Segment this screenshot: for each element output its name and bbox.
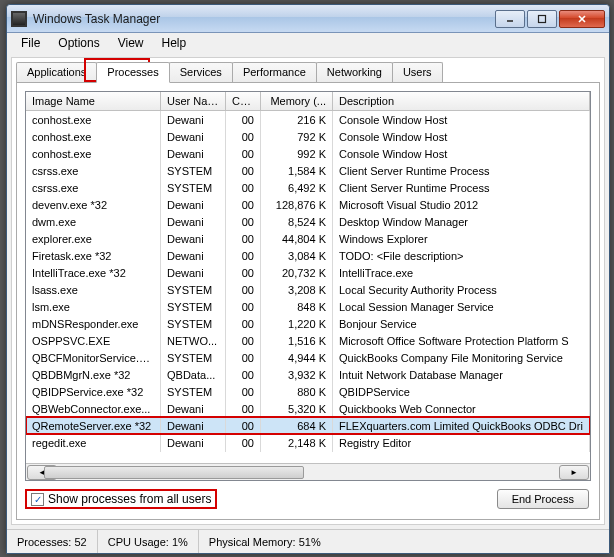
cell-mem: 3,932 K: [261, 366, 333, 384]
table-row[interactable]: conhost.exeDewani00216 KConsole Window H…: [26, 111, 590, 128]
show-all-users-checkbox[interactable]: ✓ Show processes from all users: [27, 491, 215, 507]
grid-body[interactable]: conhost.exeDewani00216 KConsole Window H…: [26, 111, 590, 463]
cell-cpu: 00: [226, 247, 261, 265]
cell-desc: TODO: <File description>: [333, 247, 590, 265]
cell-cpu: 00: [226, 162, 261, 180]
cell-user: Dewani: [161, 145, 226, 163]
menu-file[interactable]: File: [13, 34, 48, 52]
cell-name: csrss.exe: [26, 179, 161, 197]
cell-mem: 5,320 K: [261, 400, 333, 418]
scroll-right-button[interactable]: ►: [559, 465, 589, 480]
table-row[interactable]: QBCFMonitorService.e...SYSTEM004,944 KQu…: [26, 349, 590, 366]
cell-user: SYSTEM: [161, 315, 226, 333]
cell-cpu: 00: [226, 366, 261, 384]
cell-user: Dewani: [161, 196, 226, 214]
cell-mem: 3,084 K: [261, 247, 333, 265]
cell-mem: 128,876 K: [261, 196, 333, 214]
cell-mem: 880 K: [261, 383, 333, 401]
cell-cpu: 00: [226, 196, 261, 214]
maximize-button[interactable]: [527, 10, 557, 28]
table-row[interactable]: lsass.exeSYSTEM003,208 KLocal Security A…: [26, 281, 590, 298]
cell-name: mDNSResponder.exe: [26, 315, 161, 333]
table-row[interactable]: devenv.exe *32Dewani00128,876 KMicrosoft…: [26, 196, 590, 213]
cell-user: SYSTEM: [161, 298, 226, 316]
cell-desc: Local Session Manager Service: [333, 298, 590, 316]
tab-networking[interactable]: Networking: [316, 62, 393, 82]
table-row[interactable]: explorer.exeDewani0044,804 KWindows Expl…: [26, 230, 590, 247]
table-row[interactable]: QBDBMgrN.exe *32QBData...003,932 KIntuit…: [26, 366, 590, 383]
titlebar[interactable]: Windows Task Manager: [7, 5, 609, 33]
cell-user: SYSTEM: [161, 383, 226, 401]
cell-user: Dewani: [161, 213, 226, 231]
cell-name: explorer.exe: [26, 230, 161, 248]
cell-name: conhost.exe: [26, 111, 161, 129]
col-header-cpu[interactable]: CPU: [226, 92, 261, 110]
scroll-thumb[interactable]: [44, 466, 304, 479]
table-row[interactable]: dwm.exeDewani008,524 KDesktop Window Man…: [26, 213, 590, 230]
menu-help[interactable]: Help: [154, 34, 195, 52]
tab-users[interactable]: Users: [392, 62, 443, 82]
table-row[interactable]: lsm.exeSYSTEM00848 KLocal Session Manage…: [26, 298, 590, 315]
tab-performance[interactable]: Performance: [232, 62, 317, 82]
cell-user: SYSTEM: [161, 349, 226, 367]
window-controls: [493, 10, 605, 28]
cell-cpu: 00: [226, 315, 261, 333]
svg-rect-1: [539, 15, 546, 22]
table-row[interactable]: csrss.exeSYSTEM001,584 KClient Server Ru…: [26, 162, 590, 179]
cell-cpu: 00: [226, 145, 261, 163]
cell-user: Dewani: [161, 128, 226, 146]
status-memory: Physical Memory: 51%: [199, 530, 609, 553]
table-row[interactable]: regedit.exeDewani002,148 KRegistry Edito…: [26, 434, 590, 451]
tab-strip: Applications Processes Services Performa…: [12, 58, 604, 82]
table-row[interactable]: conhost.exeDewani00992 KConsole Window H…: [26, 145, 590, 162]
table-row[interactable]: conhost.exeDewani00792 KConsole Window H…: [26, 128, 590, 145]
cell-name: conhost.exe: [26, 128, 161, 146]
col-header-name[interactable]: Image Name: [26, 92, 161, 110]
col-header-mem[interactable]: Memory (...: [261, 92, 333, 110]
cell-name: QBIDPService.exe *32: [26, 383, 161, 401]
end-process-button[interactable]: End Process: [497, 489, 589, 509]
cell-desc: Desktop Window Manager: [333, 213, 590, 231]
minimize-button[interactable]: [495, 10, 525, 28]
cell-user: NETWO...: [161, 332, 226, 350]
cell-desc: Console Window Host: [333, 128, 590, 146]
table-row[interactable]: IntelliTrace.exe *32Dewani0020,732 KInte…: [26, 264, 590, 281]
tab-services[interactable]: Services: [169, 62, 233, 82]
table-row[interactable]: csrss.exeSYSTEM006,492 KClient Server Ru…: [26, 179, 590, 196]
cell-mem: 3,208 K: [261, 281, 333, 299]
cell-user: QBData...: [161, 366, 226, 384]
cell-desc: Intuit Network Database Manager: [333, 366, 590, 384]
cell-cpu: 00: [226, 179, 261, 197]
cell-cpu: 00: [226, 128, 261, 146]
close-button[interactable]: [559, 10, 605, 28]
table-row[interactable]: QRemoteServer.exe *32Dewani00684 KFLEXqu…: [26, 417, 590, 434]
cell-cpu: 00: [226, 383, 261, 401]
cell-cpu: 00: [226, 417, 261, 435]
cell-name: conhost.exe: [26, 145, 161, 163]
cell-desc: Quickbooks Web Connector: [333, 400, 590, 418]
tab-processes[interactable]: Processes: [96, 62, 169, 83]
col-header-desc[interactable]: Description: [333, 92, 590, 110]
table-row[interactable]: OSPPSVC.EXENETWO...001,516 KMicrosoft Of…: [26, 332, 590, 349]
status-cpu: CPU Usage: 1%: [98, 530, 199, 553]
cell-name: QBWebConnector.exe...: [26, 400, 161, 418]
cell-name: IntelliTrace.exe *32: [26, 264, 161, 282]
menu-view[interactable]: View: [110, 34, 152, 52]
table-row[interactable]: QBWebConnector.exe...Dewani005,320 KQuic…: [26, 400, 590, 417]
table-row[interactable]: mDNSResponder.exeSYSTEM001,220 KBonjour …: [26, 315, 590, 332]
table-row[interactable]: Firetask.exe *32Dewani003,084 KTODO: <Fi…: [26, 247, 590, 264]
checkbox-icon: ✓: [31, 493, 44, 506]
cell-cpu: 00: [226, 213, 261, 231]
menu-options[interactable]: Options: [50, 34, 107, 52]
table-row[interactable]: QBIDPService.exe *32SYSTEM00880 KQBIDPSe…: [26, 383, 590, 400]
col-header-user[interactable]: User Name: [161, 92, 226, 110]
cell-desc: Bonjour Service: [333, 315, 590, 333]
horizontal-scrollbar[interactable]: ◄ ►: [26, 463, 590, 480]
cell-mem: 8,524 K: [261, 213, 333, 231]
grid-header: Image Name User Name CPU Memory (... Des…: [26, 92, 590, 111]
tab-applications[interactable]: Applications: [16, 62, 97, 82]
cell-mem: 1,584 K: [261, 162, 333, 180]
cell-desc: QBIDPService: [333, 383, 590, 401]
cell-desc: Local Security Authority Process: [333, 281, 590, 299]
cell-name: regedit.exe: [26, 434, 161, 452]
